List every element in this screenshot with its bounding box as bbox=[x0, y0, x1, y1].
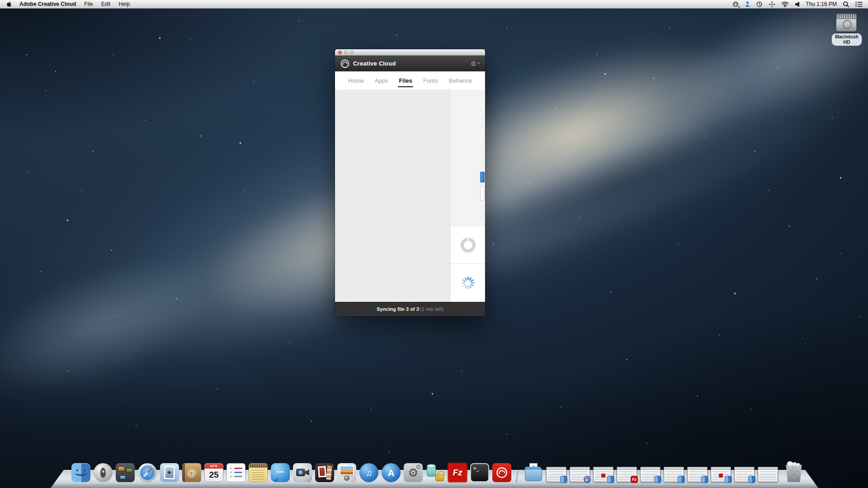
app-header: Creative Cloud ⚙ ▾ bbox=[335, 56, 485, 71]
input-source-icon[interactable] bbox=[769, 1, 775, 8]
window-title: Creative Cloud bbox=[353, 60, 396, 67]
menu-help[interactable]: Help bbox=[118, 1, 130, 7]
volume-icon[interactable] bbox=[795, 1, 800, 7]
iphoto-icon[interactable] bbox=[337, 463, 356, 482]
progress-ring-icon bbox=[461, 238, 476, 253]
app-store-icon[interactable]: A bbox=[382, 463, 401, 482]
files-list-panel bbox=[335, 89, 451, 302]
itunes-icon[interactable]: ♫ bbox=[359, 463, 378, 482]
finder-badge-icon bbox=[748, 476, 755, 483]
sync-status-text: Syncing file 3 of 3 bbox=[377, 306, 419, 312]
menu-bar-clock[interactable]: Thu 1:16 PM bbox=[806, 1, 837, 7]
finder-badge-icon bbox=[678, 476, 685, 483]
menu-bar: Adobe Creative Cloud File Edit Help Thu … bbox=[0, 0, 868, 9]
desktop-volume-macintosh-hd[interactable]: Macintosh HD bbox=[832, 14, 861, 46]
minimized-window-finder[interactable] bbox=[734, 467, 755, 482]
facetime-icon[interactable] bbox=[293, 463, 312, 482]
launchpad-icon[interactable] bbox=[94, 463, 113, 482]
creative-cloud-window: Creative Cloud ⚙ ▾ Home Apps Files Fonts… bbox=[335, 49, 485, 316]
minimize-button[interactable] bbox=[344, 51, 348, 54]
tab-bar: Home Apps Files Fonts Behance bbox=[335, 71, 485, 89]
photo-booth-icon[interactable] bbox=[315, 463, 334, 482]
safari-badge-icon bbox=[584, 476, 591, 483]
filezilla-badge-icon: Fz bbox=[631, 476, 638, 483]
notification-center-icon[interactable] bbox=[855, 1, 863, 7]
keychain-lock-icon[interactable] bbox=[426, 463, 445, 482]
menu-file[interactable]: File bbox=[84, 1, 93, 7]
active-app-name[interactable]: Adobe Creative Cloud bbox=[19, 1, 76, 7]
user-sync-icon[interactable] bbox=[745, 1, 750, 8]
sync-badge-icon bbox=[737, 5, 741, 9]
minimized-window-safari[interactable] bbox=[570, 467, 590, 482]
finder-badge-icon bbox=[607, 476, 614, 483]
creative-cloud-logo-icon bbox=[340, 59, 349, 68]
tab-files[interactable]: Files bbox=[399, 71, 412, 89]
mission-control-icon[interactable] bbox=[116, 463, 135, 482]
files-content-area bbox=[335, 89, 485, 302]
gear-icon: ⚙ bbox=[471, 61, 476, 67]
scrollbar-track-box[interactable] bbox=[480, 186, 485, 201]
close-button[interactable] bbox=[338, 51, 342, 54]
settings-menu-button[interactable]: ⚙ ▾ bbox=[471, 61, 480, 67]
calendar-month: APR bbox=[205, 464, 223, 469]
mail-icon[interactable] bbox=[160, 463, 179, 482]
contacts-icon[interactable]: @ bbox=[182, 463, 201, 482]
minimized-window-finder[interactable] bbox=[593, 467, 613, 482]
minimized-window-finder[interactable] bbox=[640, 467, 660, 482]
messages-icon[interactable]: ••• bbox=[271, 463, 290, 482]
terminal-icon[interactable]: >_ bbox=[470, 463, 489, 482]
finder-icon[interactable] bbox=[71, 463, 90, 482]
hard-drive-icon bbox=[836, 14, 857, 32]
dock-separator bbox=[516, 462, 519, 482]
spotlight-search-icon[interactable] bbox=[843, 1, 849, 8]
chevron-down-icon: ▾ bbox=[477, 61, 480, 66]
window-title-bar[interactable] bbox=[335, 49, 485, 56]
side-panel-spacer bbox=[451, 89, 485, 227]
time-machine-icon[interactable] bbox=[756, 1, 763, 8]
zoom-button[interactable] bbox=[350, 51, 354, 54]
stacks-folder-icon[interactable] bbox=[524, 463, 543, 482]
system-preferences-icon[interactable]: ⚙⚙ bbox=[404, 463, 423, 482]
minimized-window-filezilla[interactable] bbox=[711, 467, 731, 482]
minimized-window-finder[interactable] bbox=[687, 467, 708, 482]
sync-status-bar: Syncing file 3 of 3 (1 min left) bbox=[335, 302, 485, 316]
volume-label: Macintosh HD bbox=[832, 33, 862, 46]
safari-icon[interactable] bbox=[138, 463, 157, 482]
tab-fonts[interactable]: Fonts bbox=[423, 71, 438, 89]
notes-icon[interactable] bbox=[249, 463, 268, 482]
sync-activity-cell bbox=[451, 263, 485, 302]
tab-home[interactable]: Home bbox=[348, 71, 364, 89]
dock: @ APR 25 ✓ ✓ ✓ ••• ♫ A ⚙⚙ Fz >_ Fz bbox=[0, 458, 868, 488]
creative-cloud-sync-icon[interactable] bbox=[732, 1, 739, 8]
calendar-icon[interactable]: APR 25 bbox=[204, 463, 223, 482]
scrollbar-thumb[interactable] bbox=[480, 172, 485, 183]
apple-menu-icon[interactable] bbox=[6, 1, 12, 7]
adobe-creative-cloud-icon[interactable] bbox=[492, 463, 511, 482]
reminders-icon[interactable]: ✓ ✓ ✓ bbox=[226, 463, 245, 482]
tab-behance[interactable]: Behance bbox=[449, 71, 472, 89]
loading-spinner-icon bbox=[461, 276, 475, 290]
calendar-day: 25 bbox=[205, 469, 223, 481]
finder-badge-icon bbox=[654, 476, 661, 483]
minimized-window-finder[interactable] bbox=[664, 467, 684, 482]
wifi-icon[interactable] bbox=[781, 1, 789, 7]
menu-edit[interactable]: Edit bbox=[101, 1, 111, 7]
minimized-window-plain[interactable] bbox=[758, 467, 778, 482]
sync-progress-cell bbox=[451, 227, 485, 263]
minimized-window-finder[interactable] bbox=[546, 467, 566, 482]
sync-time-remaining: (1 min left) bbox=[420, 306, 443, 312]
finder-badge-icon bbox=[560, 476, 567, 483]
finder-badge-icon bbox=[725, 476, 732, 483]
minimized-window-filezilla[interactable]: Fz bbox=[617, 467, 637, 482]
finder-badge-icon bbox=[701, 476, 708, 483]
trash-icon[interactable] bbox=[785, 461, 803, 482]
filezilla-icon[interactable]: Fz bbox=[448, 463, 467, 482]
tab-apps[interactable]: Apps bbox=[375, 71, 388, 89]
